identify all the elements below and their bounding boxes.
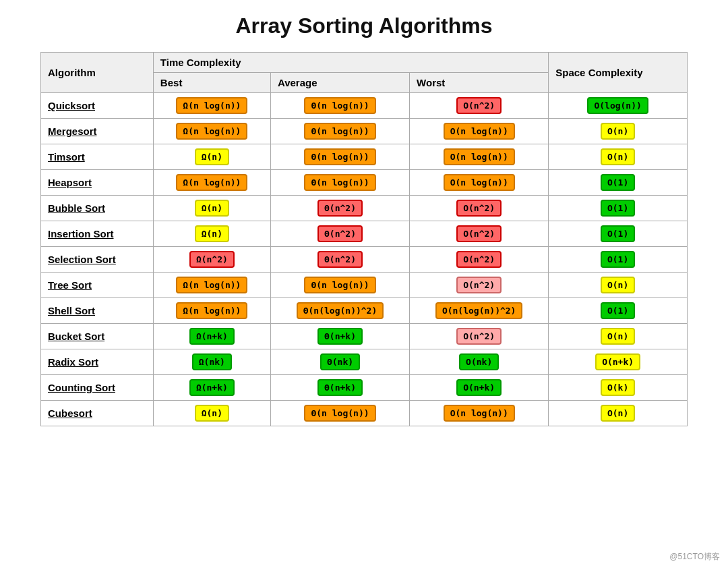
algo-name-label[interactable]: Bubble Sort [48, 202, 105, 214]
average-badge: Θ(n log(n)) [304, 174, 375, 191]
best-badge: Ω(n log(n)) [176, 302, 247, 319]
table-row: Tree SortΩ(n log(n))Θ(n log(n))O(n^2)O(n… [41, 273, 688, 298]
best-cell: Ω(n) [153, 144, 270, 170]
space-badge: O(n) [601, 328, 635, 345]
space-cell: O(1) [549, 196, 688, 221]
space-cell: O(n) [549, 324, 688, 349]
average-badge: Θ(n log(n)) [304, 405, 375, 422]
worst-badge: O(n+k) [456, 379, 502, 396]
average-badge: Θ(n^2) [317, 200, 363, 217]
worst-badge: O(n(log(n))^2) [435, 302, 523, 319]
space-cell: O(n) [549, 401, 688, 426]
average-badge: Θ(n^2) [317, 251, 363, 268]
table-row: Counting SortΩ(n+k)Θ(n+k)O(n+k)O(k) [41, 375, 688, 401]
best-cell: Ω(n+k) [153, 324, 270, 349]
algo-name-label[interactable]: Shell Sort [48, 305, 95, 316]
best-badge: Ω(n log(n)) [176, 174, 247, 191]
worst-badge: O(n^2) [456, 277, 502, 293]
worst-cell: O(nk) [410, 349, 549, 375]
col-worst-time: Worst [410, 73, 549, 93]
worst-cell: O(n^2) [410, 196, 549, 221]
space-badge: O(n) [601, 277, 635, 293]
table-row: QuicksortΩ(n log(n))Θ(n log(n))O(n^2)O(l… [41, 93, 688, 119]
table-row: Radix SortΩ(nk)Θ(nk)O(nk)O(n+k) [41, 349, 688, 375]
algo-name-label[interactable]: Cubesort [48, 407, 92, 419]
space-cell: O(log(n)) [549, 93, 688, 119]
space-cell: O(n) [549, 273, 688, 298]
worst-cell: O(n^2) [410, 93, 549, 119]
table-row: CubesortΩ(n)Θ(n log(n))O(n log(n))O(n) [41, 401, 688, 426]
space-cell: O(n+k) [549, 349, 688, 375]
best-cell: Ω(n^2) [153, 247, 270, 273]
worst-cell: O(n log(n)) [410, 144, 549, 170]
algo-name-cell: Heapsort [41, 170, 154, 196]
algo-name-cell: Counting Sort [41, 375, 154, 401]
best-badge: Ω(n log(n)) [176, 277, 247, 293]
sorting-table: Algorithm Time Complexity Space Complexi… [40, 52, 688, 426]
best-badge: Ω(nk) [192, 353, 232, 370]
space-badge: O(n) [601, 405, 635, 422]
average-badge: Θ(n log(n)) [304, 148, 375, 165]
algo-name-label[interactable]: Radix Sort [48, 356, 98, 368]
average-badge: Θ(n+k) [317, 379, 363, 396]
average-cell: Θ(n^2) [270, 221, 409, 247]
best-badge: Ω(n^2) [189, 251, 235, 268]
average-badge: Θ(n log(n)) [304, 123, 375, 140]
worst-badge: O(n^2) [456, 225, 502, 242]
table-row: Bubble SortΩ(n)Θ(n^2)O(n^2)O(1) [41, 196, 688, 221]
best-badge: Ω(n) [195, 405, 229, 422]
worst-badge: O(n^2) [456, 200, 502, 217]
algo-name-label[interactable]: Bucket Sort [48, 331, 104, 342]
space-badge: O(n) [601, 123, 635, 140]
col-time-complexity: Time Complexity [153, 53, 548, 73]
algo-name-label[interactable]: Insertion Sort [48, 228, 114, 239]
average-cell: Θ(n(log(n))^2) [270, 298, 409, 324]
algo-name-label[interactable]: Counting Sort [48, 382, 115, 393]
algo-name-cell: Timsort [41, 144, 154, 170]
algo-name-label[interactable]: Mergesort [48, 125, 97, 137]
algo-name-cell: Cubesort [41, 401, 154, 426]
worst-cell: O(n^2) [410, 273, 549, 298]
col-space-complexity: Space Complexity [549, 53, 688, 93]
best-badge: Ω(n) [195, 225, 229, 242]
algo-name-cell: Shell Sort [41, 298, 154, 324]
average-cell: Θ(n log(n)) [270, 93, 409, 119]
algo-name-label[interactable]: Selection Sort [48, 254, 116, 265]
worst-cell: O(n^2) [410, 221, 549, 247]
best-cell: Ω(n log(n)) [153, 93, 270, 119]
average-cell: Θ(n+k) [270, 324, 409, 349]
worst-cell: O(n+k) [410, 375, 549, 401]
algo-name-cell: Radix Sort [41, 349, 154, 375]
worst-badge: O(n^2) [456, 328, 502, 345]
algo-name-label[interactable]: Timsort [48, 151, 85, 163]
average-cell: Θ(n+k) [270, 375, 409, 401]
algo-name-cell: Selection Sort [41, 247, 154, 273]
worst-cell: O(n^2) [410, 324, 549, 349]
best-badge: Ω(n+k) [189, 379, 235, 396]
space-badge: O(1) [601, 251, 635, 268]
space-badge: O(n) [601, 148, 635, 165]
average-badge: Θ(n log(n)) [304, 97, 375, 114]
space-cell: O(1) [549, 221, 688, 247]
space-badge: O(1) [601, 302, 635, 319]
watermark: @51CTO博客 [669, 551, 720, 563]
algo-name-cell: Tree Sort [41, 273, 154, 298]
space-badge: O(1) [601, 225, 635, 242]
worst-badge: O(n log(n)) [444, 123, 515, 140]
average-cell: Θ(n log(n)) [270, 119, 409, 144]
best-badge: Ω(n) [195, 200, 229, 217]
best-cell: Ω(nk) [153, 349, 270, 375]
algo-name-label[interactable]: Quicksort [48, 100, 95, 111]
average-cell: Θ(n^2) [270, 196, 409, 221]
algo-name-label[interactable]: Heapsort [48, 177, 92, 188]
algo-name-cell: Bucket Sort [41, 324, 154, 349]
col-algorithm: Algorithm [41, 53, 154, 93]
worst-badge: O(n^2) [456, 251, 502, 268]
space-badge: O(k) [601, 379, 635, 396]
space-cell: O(n) [549, 119, 688, 144]
worst-cell: O(n^2) [410, 247, 549, 273]
algo-name-label[interactable]: Tree Sort [48, 279, 92, 291]
col-average: Average [270, 73, 409, 93]
algo-name-cell: Bubble Sort [41, 196, 154, 221]
average-cell: Θ(n log(n)) [270, 170, 409, 196]
